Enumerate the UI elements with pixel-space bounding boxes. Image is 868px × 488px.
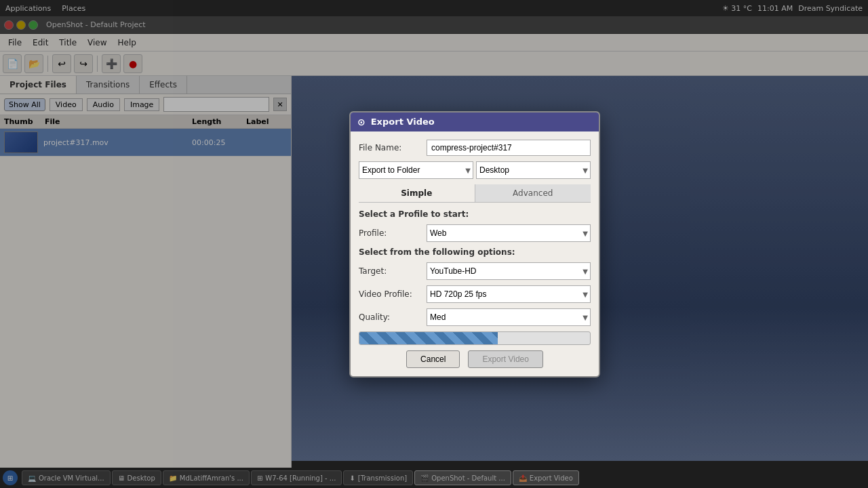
profile-dropdown[interactable]: Web Blu-ray DVD Device YouTube (427, 224, 591, 242)
profile-label: Profile: (359, 228, 427, 238)
video-profile-row: Video Profile: HD 720p 25 fps HD 1080p 3… (359, 285, 591, 303)
video-profile-select-wrapper[interactable]: HD 720p 25 fps HD 1080p 30 fps SD 480p ▼ (427, 285, 591, 303)
dialog-icon: ⊙ (357, 117, 366, 127)
video-profile-label: Video Profile: (359, 289, 427, 299)
export-to-folder-select[interactable]: Export to Folder ▼ (359, 161, 473, 179)
options-section-title: Select from the following options: (359, 247, 591, 257)
filename-input[interactable] (427, 140, 591, 156)
dialog-title-bar: ⊙ Export Video (351, 113, 599, 131)
target-select-wrapper[interactable]: YouTube-HD YouTube-SD Vimeo ▼ (427, 262, 591, 280)
export-folder-row: Export to Folder ▼ Desktop ▼ (359, 161, 591, 179)
export-folder-dropdown[interactable]: Export to Folder (359, 161, 473, 179)
profile-section-title: Select a Profile to start: (359, 209, 591, 219)
dialog-tabs: Simple Advanced (359, 184, 591, 203)
export-overlay: ⊙ Export Video File Name: Export to Fold… (0, 0, 868, 488)
tab-simple[interactable]: Simple (359, 184, 475, 202)
target-row: Target: YouTube-HD YouTube-SD Vimeo ▼ (359, 262, 591, 280)
tab-advanced[interactable]: Advanced (475, 184, 591, 202)
export-progress-bar (359, 331, 591, 345)
profile-select-wrapper[interactable]: Web Blu-ray DVD Device YouTube ▼ (427, 224, 591, 242)
progress-fill (359, 332, 498, 344)
video-profile-dropdown[interactable]: HD 720p 25 fps HD 1080p 30 fps SD 480p (427, 285, 591, 303)
cancel-button[interactable]: Cancel (406, 350, 460, 368)
export-video-button[interactable]: Export Video (468, 350, 543, 368)
quality-row: Quality: Low Med High Lossless ▼ (359, 308, 591, 326)
quality-select-wrapper[interactable]: Low Med High Lossless ▼ (427, 308, 591, 326)
target-label: Target: (359, 266, 427, 276)
dialog-title: Export Video (371, 117, 435, 127)
dialog-body: File Name: Export to Folder ▼ Desktop ▼ (351, 131, 599, 376)
export-dialog: ⊙ Export Video File Name: Export to Fold… (349, 111, 600, 378)
folder-location-dropdown[interactable]: Desktop (476, 161, 591, 179)
filename-row: File Name: (359, 140, 591, 156)
dialog-buttons: Cancel Export Video (359, 350, 591, 368)
quality-dropdown[interactable]: Low Med High Lossless (427, 308, 591, 326)
target-dropdown[interactable]: YouTube-HD YouTube-SD Vimeo (427, 262, 591, 280)
filename-label: File Name: (359, 143, 427, 152)
profile-row: Profile: Web Blu-ray DVD Device YouTube … (359, 224, 591, 242)
quality-label: Quality: (359, 312, 427, 322)
folder-location-select[interactable]: Desktop ▼ (476, 161, 591, 179)
